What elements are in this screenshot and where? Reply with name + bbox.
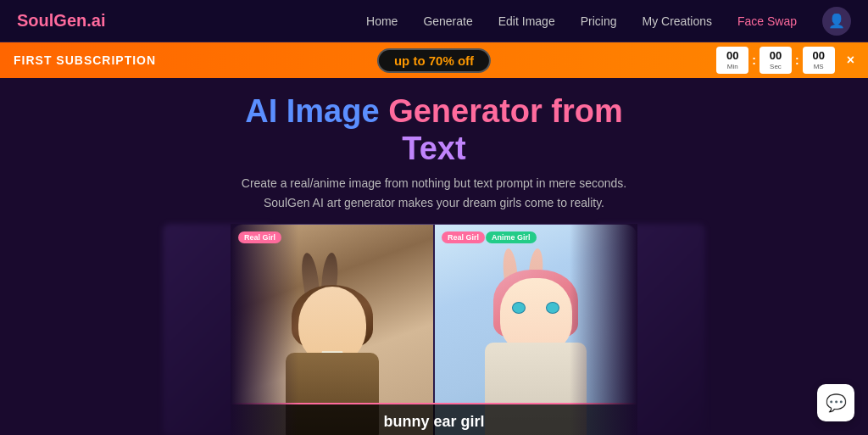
hero-title-ai: AI Image: [245, 93, 379, 129]
nav-generate[interactable]: Generate: [423, 14, 472, 28]
anime-eye-right: [546, 302, 559, 314]
gallery-caption: bunny ear girl: [231, 403, 637, 435]
gallery-card: Real Girl Real Girl Anime Girl: [231, 224, 637, 435]
nav-home[interactable]: Home: [366, 14, 398, 28]
logo[interactable]: SoulGen.ai: [17, 11, 105, 31]
nav-edit-image[interactable]: Edit Image: [498, 14, 555, 28]
promo-offer[interactable]: up to 70% off: [377, 48, 491, 73]
timer-ms: 00 MS: [803, 47, 835, 73]
logo-text: SoulGen: [17, 11, 86, 30]
chat-button[interactable]: 💬: [817, 384, 854, 421]
navbar: SoulGen.ai Home Generate Edit Image Pric…: [0, 0, 868, 42]
user-avatar[interactable]: 👤: [822, 7, 851, 36]
anime-head: [500, 278, 572, 353]
hero-subtitle-line2: SoulGen AI art generator makes your drea…: [264, 196, 604, 209]
promo-banner: FIRST SUBSCRIPTION up to 70% off 00 Min …: [0, 42, 868, 78]
nav-face-swap[interactable]: Face Swap: [737, 14, 797, 28]
promo-offer-value: 70% off: [429, 53, 474, 68]
timer-colon-2: :: [795, 53, 799, 67]
gallery-container: Real Girl Real Girl Anime Girl: [231, 224, 637, 435]
chat-icon: 💬: [826, 393, 847, 413]
hero-subtitle: Create a real/anime image from nothing b…: [242, 174, 626, 212]
anime-eye-left: [512, 302, 526, 314]
promo-close-button[interactable]: ×: [847, 53, 854, 68]
caption-text: bunny ear girl: [383, 413, 484, 430]
promo-timer: 00 Min : 00 Sec : 00 MS ×: [716, 47, 854, 73]
nav-my-creations[interactable]: My Creations: [642, 14, 711, 28]
anime-girl-label-anime: Anime Girl: [486, 231, 537, 243]
promo-offer-prefix: up to: [394, 53, 429, 68]
hero-title-text: Text: [402, 131, 465, 166]
hero-subtitle-line1: Create a real/anime image from nothing b…: [242, 176, 626, 190]
nav-pricing[interactable]: Pricing: [581, 14, 617, 28]
main-content: AI Image Generator from Text Create a re…: [0, 78, 868, 435]
real-girl-label-1: Real Girl: [238, 231, 281, 243]
timer-colon-1: :: [752, 53, 756, 67]
hero-title-image: Generator from: [380, 93, 623, 129]
anime-girl-label-real: Real Girl: [442, 231, 485, 243]
hero-title: AI Image Generator from Text: [245, 93, 623, 167]
timer-sec: 00 Sec: [760, 47, 792, 73]
nav-links: Home Generate Edit Image Pricing My Crea…: [366, 14, 797, 28]
promo-label: FIRST SUBSCRIPTION: [14, 53, 156, 67]
timer-min: 00 Min: [716, 47, 748, 73]
logo-ai: ai: [92, 11, 106, 30]
